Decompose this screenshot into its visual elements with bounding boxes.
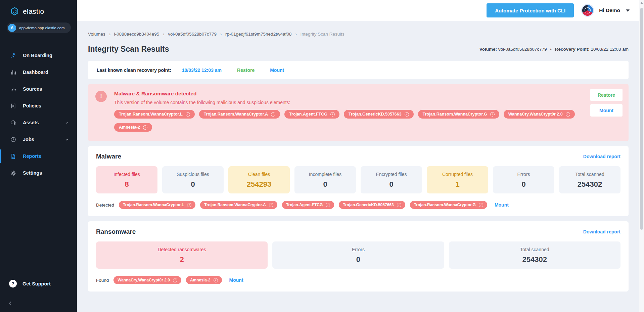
cloud-lock-icon: [10, 120, 16, 126]
threat-name: WannaCry,WanaCrypt0r 2.0: [508, 112, 563, 117]
info-icon[interactable]: i: [490, 112, 495, 117]
get-support[interactable]: ? Get Support: [9, 280, 51, 287]
breadcrumb-separator: ›: [295, 32, 296, 37]
user-greeting[interactable]: Hi Demo: [599, 7, 620, 13]
threat-name: Trojan.Agent.FTCG: [286, 203, 323, 207]
sidebar-item-reports[interactable]: Reports: [0, 148, 77, 165]
threat-name: Trojan.GenericKD.5057663: [349, 112, 402, 117]
stat-label: Encrypted files: [364, 172, 419, 177]
malware-stats-row: Infected files 8 Suspicious files 0 Clea…: [96, 166, 620, 193]
info-icon[interactable]: i: [566, 112, 570, 117]
info-icon[interactable]: i: [405, 112, 409, 117]
report-icon: [10, 153, 16, 160]
stat-label: Detected ransomwares: [99, 247, 264, 252]
threat-badge[interactable]: WannaCry,WanaCrypt0r 2.0i: [504, 110, 575, 119]
breadcrumb-separator: ›: [220, 32, 222, 37]
chevron-down-icon: [65, 137, 69, 141]
recovery-date-link[interactable]: 10/03/22 12:03 am: [182, 68, 222, 73]
volume-value: vol-0a5df05628b07c779: [498, 47, 547, 52]
info-icon[interactable]: i: [479, 203, 483, 207]
restore-link[interactable]: Restore: [237, 68, 255, 73]
threat-badge[interactable]: Trojan.Ransom.WannaCryptor.Gi: [418, 110, 499, 119]
sidebar-item-jobs[interactable]: Jobs: [0, 131, 77, 148]
alert-restore-button[interactable]: Restore: [590, 89, 623, 101]
stat-label: Suspicious files: [166, 172, 220, 177]
stat-label: Errors: [276, 247, 441, 252]
user-avatar[interactable]: [581, 4, 594, 17]
breadcrumb-instance[interactable]: i-0888aecd9b3404e95: [114, 32, 159, 37]
info-icon[interactable]: i: [330, 112, 335, 117]
recovery-point-label: Recovery Point:: [555, 47, 590, 52]
info-icon[interactable]: i: [326, 203, 330, 207]
get-support-label: Get Support: [22, 281, 51, 286]
threat-badge[interactable]: Trojan.GenericKD.5057663i: [339, 201, 405, 209]
volume-label: Volume:: [479, 47, 497, 52]
info-icon[interactable]: i: [173, 278, 177, 282]
ransomware-title: Ransomware: [96, 228, 136, 235]
user-menu-caret-icon[interactable]: [626, 9, 630, 12]
info-icon[interactable]: i: [271, 112, 275, 117]
breadcrumb-volumes[interactable]: Volumes: [88, 32, 105, 37]
sidebar-item-settings[interactable]: Settings: [0, 165, 77, 181]
breadcrumb-volume[interactable]: vol-0a5df05628b07c779: [168, 32, 217, 37]
stat-detected-ransomwares: Detected ransomwares 2: [96, 241, 268, 269]
alert-description: This version of the volume contains the …: [114, 100, 575, 105]
threat-name: Trojan.GenericKD.5057663: [343, 203, 394, 207]
threat-badge[interactable]: Amnesia-2i: [186, 276, 222, 284]
threat-badge[interactable]: Trojan.Ransom.WannaCryptor.Li: [114, 110, 195, 119]
breadcrumb-separator: ›: [163, 32, 164, 37]
alert-mount-button[interactable]: Mount: [590, 104, 623, 117]
main-content: Volumes › i-0888aecd9b3404e95 › vol-0a5d…: [88, 21, 629, 292]
threat-badge[interactable]: Trojan.Ransom.WannaCryptor.Ai: [199, 110, 280, 119]
stat-label: Corrupted files: [430, 172, 485, 177]
threat-badge[interactable]: Trojan.Ransom.WannaCryptor.Li: [119, 201, 195, 209]
threat-badge[interactable]: WannaCry,WanaCrypt0r 2.0i: [113, 276, 181, 284]
threat-badge[interactable]: Trojan.Agent.FTCGi: [282, 201, 334, 209]
automate-protection-cli-button[interactable]: Automate Protection with CLI: [487, 3, 574, 17]
threat-badge[interactable]: Trojan.GenericKD.5057663i: [344, 110, 414, 119]
stat-value: 2: [99, 255, 264, 264]
stat-label: Clean files: [232, 172, 286, 177]
sidebar-item-dashboard[interactable]: Dashboard: [0, 64, 77, 81]
sidebar-collapse-button[interactable]: [7, 300, 13, 306]
threat-name: Trojan.Ransom.WannaCryptor.G: [423, 112, 487, 117]
stat-errors: Errors 0: [493, 166, 554, 193]
environment-selector[interactable]: A app-demo.app.elastio.com: [7, 23, 71, 33]
scrollbar-up-arrow[interactable]: [640, 2, 643, 4]
sidebar-item-label: Dashboard: [23, 70, 48, 75]
threat-name: Amnesia-2: [190, 278, 211, 282]
info-icon[interactable]: i: [187, 203, 191, 207]
sidebar-item-policies[interactable]: Policies: [0, 97, 77, 114]
question-icon: ?: [9, 280, 17, 287]
info-icon[interactable]: i: [186, 112, 190, 117]
stat-value: 1: [430, 180, 485, 189]
breadcrumb: Volumes › i-0888aecd9b3404e95 › vol-0a5d…: [88, 32, 629, 37]
vertical-scrollbar[interactable]: [639, 0, 644, 312]
stat-value: 0: [276, 255, 441, 264]
threat-badge[interactable]: Trojan.Ransom.WannaCryptor.Gi: [410, 201, 487, 209]
malware-title: Malware: [96, 153, 121, 160]
threat-badge[interactable]: Trojan.Ransom.WannaCryptor.Ai: [200, 201, 277, 209]
threat-badge[interactable]: Trojan.Agent.FTCGi: [284, 110, 339, 119]
mount-link[interactable]: Mount: [270, 68, 284, 73]
info-icon[interactable]: i: [214, 278, 218, 282]
threat-name: Trojan.Ransom.WannaCryptor.G: [414, 203, 476, 207]
info-icon[interactable]: i: [397, 203, 401, 207]
page-title: Integrity Scan Results: [88, 45, 169, 54]
stat-label: Infected files: [99, 172, 154, 177]
info-icon[interactable]: i: [143, 125, 147, 130]
sidebar-item-assets[interactable]: Assets: [0, 114, 77, 131]
ransomware-mount-link[interactable]: Mount: [229, 277, 243, 283]
stat-label: Total scanned: [452, 247, 617, 252]
threat-badge[interactable]: Amnesia-2i: [114, 123, 152, 132]
info-icon[interactable]: i: [269, 203, 273, 207]
sidebar-item-sources[interactable]: Sources: [0, 81, 77, 97]
sidebar-item-onboarding[interactable]: On Boarding: [0, 47, 77, 64]
scrollbar-thumb[interactable]: [640, 8, 643, 230]
sidebar-item-label: Sources: [23, 86, 42, 92]
ransomware-section-header: Ransomware Download report: [96, 228, 620, 235]
breadcrumb-recovery-point[interactable]: rp-01gedjf61st9m75hed2tw4af08: [225, 32, 291, 37]
malware-mount-link[interactable]: Mount: [495, 202, 509, 208]
malware-download-report-link[interactable]: Download report: [583, 154, 620, 159]
ransomware-download-report-link[interactable]: Download report: [583, 229, 620, 234]
